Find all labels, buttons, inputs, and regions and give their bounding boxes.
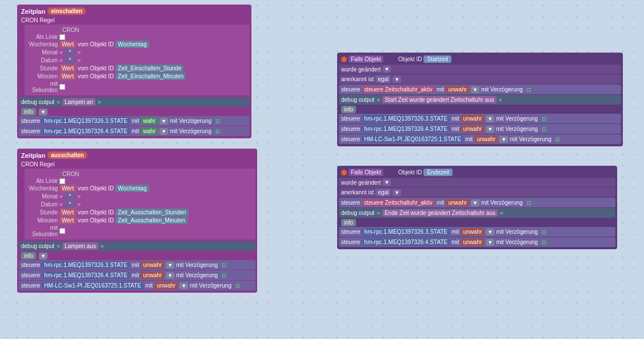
info-tag-ende[interactable]: info xyxy=(341,219,356,226)
info-tag-aus[interactable]: info xyxy=(21,252,36,260)
endezeit-tag[interactable]: Endezeit xyxy=(423,169,453,176)
debug-text-ein: Lampen an xyxy=(62,98,95,106)
wochentag-id-ein[interactable]: Wochentag xyxy=(115,41,149,48)
info-arrow-ein: ▼ xyxy=(39,109,47,115)
zeitplan-label-aus: Zeitplan xyxy=(21,152,45,159)
info-arrow-aus: ▼ xyxy=(39,253,47,260)
falls-endezeit-block[interactable]: Falls Objekt Objekt ID Endezeit wurde ge… xyxy=(337,166,617,249)
minuten-wert-ein[interactable]: Wert xyxy=(59,73,76,80)
zeitschaltuhr-tag-ende[interactable]: steuere Zeitschaltuhr_aktiv xyxy=(362,199,435,206)
als-linie-row-aus: Als Linie xyxy=(26,178,254,184)
debug-text-start: Start Zeit wurde geändert Zeitschaltuhr … xyxy=(382,96,497,103)
steuere-aus-device-2[interactable]: HM-LC-Sw1-Pl JEQ0163725:1.STATE xyxy=(42,282,143,289)
anerkannt-ende: anerkannt ist egal ▼ xyxy=(339,188,615,197)
steuere-ein-row-0: steuere hm-rpc.1.MEQ1397326.3.STATE mit … xyxy=(19,116,250,126)
datum-val-aus[interactable]: * xyxy=(65,201,76,208)
ausschalten-tag: ausschalten xyxy=(47,151,87,159)
steuere-ein-device-1[interactable]: hm-rpc.1.MEQ1397326.4.STATE xyxy=(42,127,130,135)
steuere-ein-val-0[interactable]: wahr xyxy=(141,117,158,125)
zeitplan-label-ein: Zeitplan xyxy=(21,8,45,15)
info-tag-ein[interactable]: info xyxy=(21,108,36,115)
info-row-aus: info ▼ xyxy=(19,252,255,260)
steuere-aus-val-0[interactable]: unwahr xyxy=(141,261,165,269)
stunde-wert-aus[interactable]: Wert xyxy=(59,209,76,216)
steuere-aus-val-2[interactable]: unwahr xyxy=(154,282,178,289)
stunde-id-aus[interactable]: Zeit_Ausschalten_Stunden xyxy=(115,209,189,216)
falls-start-val-2[interactable]: unwahr xyxy=(474,135,498,143)
debug-output-label-aus: debug output xyxy=(21,243,54,249)
debug-block-start: debug output « Start Zeit wurde geändert… xyxy=(339,95,621,105)
falls-start-val-0[interactable]: unwahr xyxy=(461,115,485,122)
steuere-aus-row-0: steuere hm-rpc.1.MEQ1397326.3.STATE mit … xyxy=(19,260,255,270)
mit-sekunden-checkbox-ein[interactable] xyxy=(59,84,65,90)
stunde-wert-ein[interactable]: Wert xyxy=(59,65,76,72)
falls-start-steuere-0: steuere hm-rpc.1.MEQ1397326.3.STATE mit … xyxy=(339,114,621,123)
info-row-ein: info ▼ xyxy=(19,107,250,115)
steuere-ein-arrow-0: ▼ xyxy=(159,118,168,125)
steuere-aus-val-1[interactable]: unwahr xyxy=(141,272,165,279)
zeitschaltuhr-tag-start[interactable]: steuere Zeitschaltuhr_aktiv xyxy=(362,86,435,93)
falls-dot-ende xyxy=(341,170,347,176)
mit-sekunden-checkbox-aus[interactable] xyxy=(59,228,65,234)
falls-ende-device-1[interactable]: hm-rpc.1.MEQ1397326.4.STATE xyxy=(362,238,450,246)
datum-val-ein[interactable]: * xyxy=(65,57,76,64)
falls-ende-val-0[interactable]: unwahr xyxy=(461,228,485,236)
als-linie-checkbox-aus[interactable] xyxy=(59,178,65,184)
falls-start-device-1[interactable]: hm-rpc.1.MEQ1397326.4.STATE xyxy=(362,125,450,133)
falls-start-header: Falls Objekt Objekt ID Startzeit xyxy=(339,54,621,64)
monat-label-ein: Monat xyxy=(26,49,58,55)
zeitplan-einschalten-block[interactable]: Zeitplan einschalten CRON Regel CRON Als… xyxy=(17,5,251,138)
falls-start-val-1[interactable]: unwahr xyxy=(461,125,485,133)
als-linie-checkbox-ein[interactable] xyxy=(59,34,65,40)
minuten-wert-aus[interactable]: Wert xyxy=(59,217,76,224)
egal-tag-ende[interactable]: egal xyxy=(375,189,391,196)
egal-tag-start[interactable]: egal xyxy=(375,75,391,83)
zeitschaltuhr-val-start[interactable]: unwahr xyxy=(446,86,469,93)
falls-start-steuere-1: steuere hm-rpc.1.MEQ1397326.4.STATE mit … xyxy=(339,124,621,134)
zeitplan-ausschalten-block[interactable]: Zeitplan ausschalten CRON Regel CRON Als… xyxy=(17,149,257,293)
minuten-id-ein[interactable]: Zeit_Einschalten_Minuten xyxy=(115,73,186,80)
steuere-aus-device-1[interactable]: hm-rpc.1.MEQ1397326.4.STATE xyxy=(42,272,130,279)
debug-block-ende: debug output « Ende Zeit wurde geändert … xyxy=(339,208,615,218)
steuere-aus-device-0[interactable]: hm-rpc.1.MEQ1397326.3.STATE xyxy=(42,261,130,269)
zeitplan-header-ein: Zeitplan einschalten xyxy=(19,6,250,16)
zeitschaltuhr-val-ende[interactable]: unwahr xyxy=(446,199,469,206)
debug-output-label-ein: debug output xyxy=(21,99,54,105)
debug-block-aus: debug output « Lampen aus » xyxy=(19,241,255,251)
falls-ende-val-1[interactable]: unwahr xyxy=(461,238,485,246)
stunde-id-ein[interactable]: Zeit_Einschalten_Stunde xyxy=(115,65,183,72)
wochentag-row-ein: Wochentag Wert vom Objekt ID Wochentag xyxy=(26,41,248,48)
falls-startzeit-block[interactable]: Falls Objekt Objekt ID Startzeit wurde g… xyxy=(337,53,623,146)
monat-arrow-right-ein: » xyxy=(77,49,81,55)
monat-row-ein: Monat « * » xyxy=(26,49,248,56)
monat-val-aus[interactable]: * xyxy=(65,193,76,200)
minuten-row-ein: Minuten Wert vom Objekt ID Zeit_Einschal… xyxy=(26,73,248,80)
steuere-ein-verz-0: □ xyxy=(214,118,221,125)
info-row-ende: info xyxy=(339,218,615,226)
cron-row: CRON xyxy=(26,27,248,33)
minuten-id-aus[interactable]: Zeit_Ausschalten_Minuten xyxy=(115,217,187,224)
datum-row-aus: Datum « * » xyxy=(26,201,254,208)
falls-ende-device-0[interactable]: hm-rpc.1.MEQ1397326.3.STATE xyxy=(362,228,450,236)
falls-start-device-0[interactable]: hm-rpc.1.MEQ1397326.3.STATE xyxy=(362,115,450,122)
vom-objekt-id-label-ein-mn: vom Objekt ID xyxy=(78,73,114,79)
datum-arrow-right-ein: » xyxy=(77,57,81,63)
falls-start-device-2[interactable]: HM-LC-Sw1-Pl JEQ0163725:1.STATE xyxy=(362,135,463,143)
canvas: Zeitplan einschalten CRON Regel CRON Als… xyxy=(0,0,644,339)
steuere-ein-val-1[interactable]: wahr xyxy=(141,127,158,135)
startzeit-tag[interactable]: Startzeit xyxy=(423,55,451,63)
wochentag-id-aus[interactable]: Wochentag xyxy=(115,185,149,192)
steuere-ein-device-0[interactable]: hm-rpc.1.MEQ1397326.3.STATE xyxy=(42,117,130,125)
wochentag-wert-aus[interactable]: Wert xyxy=(59,185,76,192)
einschalten-tag: einschalten xyxy=(47,7,86,15)
mit-sekunden-row-aus: mit Sekunden xyxy=(26,225,254,237)
debug-text-ende: Ende Zeit wurde geändert Zeitschaltuhr a… xyxy=(382,209,498,217)
info-tag-start[interactable]: info xyxy=(341,106,356,113)
monat-val-ein[interactable]: * xyxy=(65,49,76,56)
cron-row-aus: CRON xyxy=(26,171,254,177)
falls-ende-steuere-1: steuere hm-rpc.1.MEQ1397326.4.STATE mit … xyxy=(339,237,615,247)
anerkannt-start: anerkannt ist egal ▼ xyxy=(339,74,621,84)
wochentag-wert-ein[interactable]: Wert xyxy=(59,41,76,48)
debug-block-ein: debug output « Lampen an » xyxy=(19,97,250,107)
datum-label-ein: Datum xyxy=(26,57,58,63)
